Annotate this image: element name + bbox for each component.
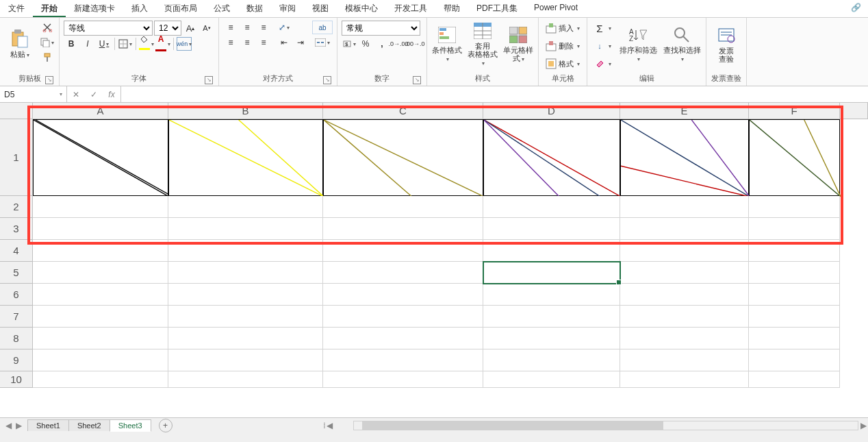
- font-name-select[interactable]: 等线: [64, 21, 153, 36]
- col-header-E[interactable]: E: [620, 103, 749, 119]
- tab-layout[interactable]: 页面布局: [156, 0, 205, 17]
- enter-formula-button[interactable]: ✓: [85, 86, 103, 102]
- sheet-tab-1[interactable]: Sheet1: [27, 419, 69, 431]
- cell-D5[interactable]: [483, 262, 620, 284]
- borders-button[interactable]: [118, 37, 133, 51]
- format-painter-button[interactable]: [40, 51, 55, 64]
- cell-D9[interactable]: [483, 349, 620, 371]
- cell-B2[interactable]: [168, 196, 323, 218]
- cell-C1[interactable]: [323, 119, 483, 196]
- cell-B10[interactable]: [168, 371, 323, 388]
- font-launcher[interactable]: ↘: [205, 76, 213, 84]
- spreadsheet-grid[interactable]: ABCDEF 12345678910: [0, 103, 868, 417]
- cell-E9[interactable]: [620, 349, 749, 371]
- cell-A8[interactable]: [33, 328, 168, 349]
- cell-A5[interactable]: [33, 262, 168, 284]
- cell-A6[interactable]: [33, 284, 168, 306]
- conditional-format-button[interactable]: 条件格式: [431, 21, 463, 69]
- cell-F8[interactable]: [749, 328, 840, 349]
- orientation-button[interactable]: ⤢: [277, 21, 292, 34]
- cell-D4[interactable]: [483, 240, 620, 262]
- tab-newtab[interactable]: 新建选项卡: [66, 0, 123, 17]
- cell-F9[interactable]: [749, 349, 840, 371]
- cell-A4[interactable]: [33, 240, 168, 262]
- tab-help[interactable]: 帮助: [435, 0, 468, 17]
- cell-E10[interactable]: [620, 371, 749, 388]
- cell-E8[interactable]: [620, 328, 749, 349]
- fx-button[interactable]: fx: [103, 86, 120, 102]
- cell-B5[interactable]: [168, 262, 323, 284]
- cell-B4[interactable]: [168, 240, 323, 262]
- find-select-button[interactable]: 查找和选择: [662, 21, 702, 69]
- copy-button[interactable]: [40, 36, 55, 49]
- cell-E5[interactable]: [620, 262, 749, 284]
- col-header-B[interactable]: B: [168, 103, 323, 119]
- insert-cells-button[interactable]: 插入: [543, 21, 583, 36]
- cell-D2[interactable]: [483, 196, 620, 218]
- increase-indent-button[interactable]: ⇥: [293, 36, 308, 49]
- decrease-decimal-button[interactable]: .00→.0: [407, 37, 422, 51]
- row-header-8[interactable]: 8: [0, 328, 33, 349]
- tab-powerpivot[interactable]: Power Pivot: [526, 0, 586, 17]
- accounting-button[interactable]: $: [342, 37, 357, 51]
- cell-D8[interactable]: [483, 328, 620, 349]
- cell-C7[interactable]: [323, 306, 483, 328]
- cell-C10[interactable]: [323, 371, 483, 388]
- cell-B7[interactable]: [168, 306, 323, 328]
- col-header-F[interactable]: F: [749, 103, 840, 119]
- cell-A7[interactable]: [33, 306, 168, 328]
- sheet-nav-next[interactable]: ▶: [16, 421, 22, 430]
- tab-home[interactable]: 开始: [33, 0, 66, 17]
- cell-F7[interactable]: [749, 306, 840, 328]
- cell-E4[interactable]: [620, 240, 749, 262]
- cell-F1[interactable]: [749, 119, 840, 196]
- row-header-5[interactable]: 5: [0, 262, 33, 284]
- cell-F3[interactable]: [749, 218, 840, 240]
- cell-A10[interactable]: [33, 371, 168, 388]
- cell-E3[interactable]: [620, 218, 749, 240]
- cell-A3[interactable]: [33, 218, 168, 240]
- sheet-tab-2[interactable]: Sheet2: [68, 419, 110, 431]
- row-header-6[interactable]: 6: [0, 284, 33, 306]
- tab-dev[interactable]: 开发工具: [386, 0, 435, 17]
- cell-E2[interactable]: [620, 196, 749, 218]
- row-header-2[interactable]: 2: [0, 196, 33, 218]
- cell-C2[interactable]: [323, 196, 483, 218]
- row-header-7[interactable]: 7: [0, 306, 33, 328]
- col-header-A[interactable]: A: [33, 103, 168, 119]
- align-right-button[interactable]: ≡: [256, 36, 271, 49]
- name-box[interactable]: D5: [0, 86, 67, 102]
- cell-B8[interactable]: [168, 328, 323, 349]
- align-top-button[interactable]: ≡: [223, 21, 238, 34]
- fill-button[interactable]: ↓: [591, 38, 614, 53]
- cell-B1[interactable]: [168, 119, 323, 196]
- cell-D7[interactable]: [483, 306, 620, 328]
- font-size-select[interactable]: 12: [154, 21, 181, 36]
- cell-D10[interactable]: [483, 371, 620, 388]
- cell-A2[interactable]: [33, 196, 168, 218]
- row-header-1[interactable]: 1: [0, 119, 33, 196]
- cell-F6[interactable]: [749, 284, 840, 306]
- tab-review[interactable]: 审阅: [271, 0, 304, 17]
- decrease-font-button[interactable]: A▾: [199, 21, 214, 35]
- wrap-text-button[interactable]: ab: [312, 21, 333, 34]
- share-button[interactable]: 🔗: [844, 0, 868, 17]
- cell-C9[interactable]: [323, 349, 483, 371]
- align-center-button[interactable]: ≡: [240, 36, 255, 49]
- cell-A9[interactable]: [33, 349, 168, 371]
- italic-button[interactable]: I: [80, 37, 95, 51]
- cell-C6[interactable]: [323, 284, 483, 306]
- row-header-9[interactable]: 9: [0, 349, 33, 371]
- tab-pdf[interactable]: PDF工具集: [468, 0, 526, 17]
- fill-color-button[interactable]: [139, 37, 154, 51]
- number-launcher[interactable]: ↘: [413, 76, 421, 84]
- font-color-button[interactable]: A: [155, 37, 170, 51]
- add-sheet-button[interactable]: +: [159, 419, 173, 432]
- tab-data[interactable]: 数据: [238, 0, 271, 17]
- cell-F4[interactable]: [749, 240, 840, 262]
- select-all-corner[interactable]: [0, 103, 33, 119]
- align-middle-button[interactable]: ≡: [240, 21, 255, 34]
- increase-font-button[interactable]: A▴: [183, 21, 198, 35]
- clear-button[interactable]: [591, 56, 614, 71]
- align-launcher[interactable]: ↘: [323, 76, 331, 84]
